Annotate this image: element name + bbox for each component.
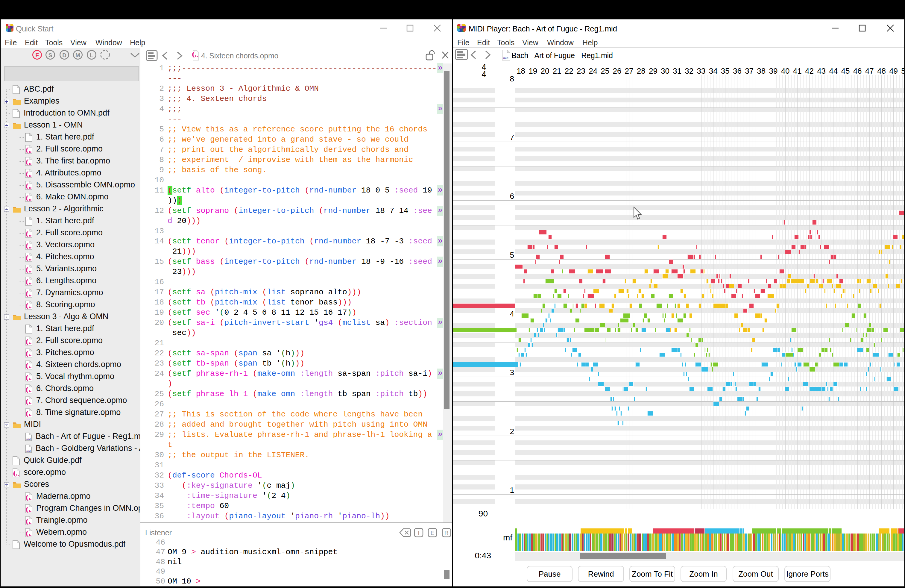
svg-text:mid: mid	[26, 450, 30, 452]
svg-text:E: E	[430, 530, 434, 536]
svg-text:I: I	[418, 530, 419, 536]
svg-text:mid: mid	[503, 56, 508, 60]
svg-text:F: F	[35, 52, 39, 58]
svg-text:L: L	[90, 52, 94, 58]
svg-text:mid: mid	[26, 438, 30, 440]
svg-text:M: M	[75, 52, 80, 58]
svg-text:S: S	[49, 52, 52, 58]
svg-text:D: D	[62, 52, 67, 58]
svg-text:R: R	[445, 530, 449, 536]
